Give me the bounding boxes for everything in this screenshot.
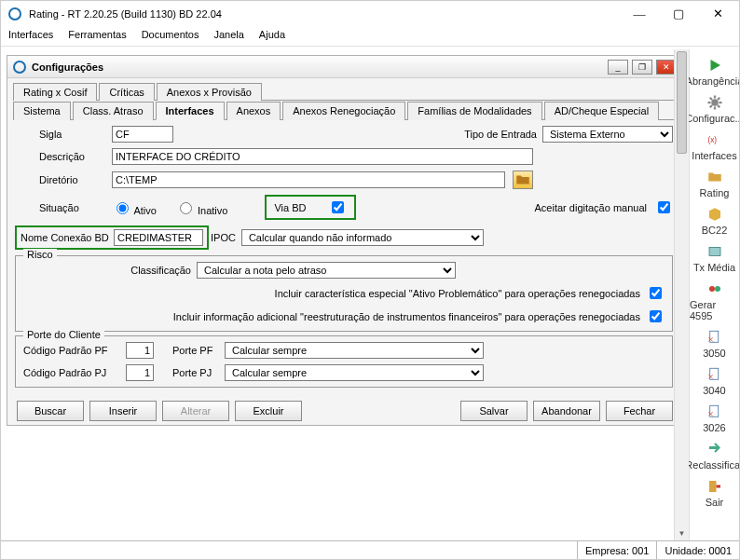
- window-title: Rating - RT 2.20.25 (Build 1130) BD 22.0…: [29, 8, 222, 20]
- menu-bar: Interfaces Ferramentas Documentos Janela…: [1, 27, 739, 47]
- svg-point-3: [709, 286, 715, 292]
- classificacao-select[interactable]: Calcular a nota pelo atraso: [197, 262, 456, 279]
- status-bar: Empresa: 001 Unidade: 0001: [1, 540, 739, 559]
- svg-rect-7: [709, 405, 718, 417]
- cod-pf-input[interactable]: [126, 342, 154, 359]
- sidebar: Abrangência Configurac... (x)Interfaces …: [689, 49, 739, 540]
- io-icon: (x): [706, 131, 723, 148]
- svg-rect-6: [709, 368, 718, 379]
- tab-anexos-reneg[interactable]: Anexos Renegociação: [282, 102, 405, 120]
- tab-interfaces[interactable]: Interfaces: [156, 102, 225, 120]
- form-interfaces: Sigla Tipo de Entrada Sistema Externo De…: [7, 120, 682, 395]
- tx-icon: [706, 243, 723, 260]
- svg-rect-8: [709, 481, 717, 492]
- minimize-button[interactable]: —: [625, 7, 653, 21]
- maximize-button[interactable]: ▢: [665, 7, 692, 21]
- radio-ativo[interactable]: Ativo: [112, 199, 157, 216]
- nome-conexao-input[interactable]: [114, 229, 203, 246]
- sidebar-item-gerar4595[interactable]: Gerar 4595: [690, 280, 739, 321]
- menu-ferramentas[interactable]: Ferramentas: [68, 29, 126, 40]
- via-bd-checkbox[interactable]: [332, 201, 344, 213]
- diretorio-input[interactable]: [112, 171, 505, 188]
- status-empresa: Empresa: 001: [577, 541, 656, 559]
- sidebar-item-3040[interactable]: 3040: [690, 366, 739, 396]
- fechar-button[interactable]: Fechar: [606, 401, 673, 421]
- vertical-scrollbar[interactable]: ▲ ▼: [674, 49, 689, 540]
- incluir2-checkbox[interactable]: [650, 310, 662, 322]
- window-titlebar: Rating - RT 2.20.25 (Build 1130) BD 22.0…: [1, 1, 739, 27]
- sidebar-item-reclassificar[interactable]: Reclassificar: [690, 441, 739, 471]
- porte-pf-label: Porte PF: [172, 345, 225, 356]
- sigla-input[interactable]: [112, 126, 173, 143]
- child-minimize-button[interactable]: _: [608, 60, 628, 75]
- sigla-label: Sigla: [39, 129, 112, 140]
- tab-anexos[interactable]: Anexos: [226, 102, 281, 120]
- sidebar-item-txmedia[interactable]: Tx Média: [690, 243, 739, 273]
- inserir-button[interactable]: Inserir: [89, 401, 157, 421]
- menu-interfaces[interactable]: Interfaces: [8, 29, 53, 40]
- aceitar-manual-checkbox[interactable]: [658, 201, 670, 213]
- ipoc-select[interactable]: Calcular quando não informado: [241, 229, 484, 246]
- tab-rating-cosif[interactable]: Rating x Cosif: [13, 83, 97, 101]
- scroll-thumb[interactable]: [677, 51, 687, 154]
- app-icon: [8, 7, 21, 20]
- tab-class-atraso[interactable]: Class. Atraso: [73, 102, 154, 120]
- buscar-button[interactable]: Buscar: [17, 401, 84, 421]
- tipo-entrada-label: Tipo de Entrada: [464, 129, 537, 140]
- status-unidade: Unidade: 0001: [656, 541, 739, 559]
- cod-pj-label: Código Padrão PJ: [23, 367, 126, 378]
- classificacao-label: Classificação: [23, 265, 191, 276]
- tipo-entrada-select[interactable]: Sistema Externo: [542, 126, 673, 143]
- scroll-down-icon[interactable]: ▼: [675, 526, 689, 540]
- browse-button[interactable]: [513, 171, 533, 189]
- sidebar-item-3050[interactable]: 3050: [690, 329, 739, 359]
- gear-icon: [706, 94, 723, 111]
- excluir-button[interactable]: Excluir: [235, 401, 302, 421]
- doc-icon: [706, 329, 723, 346]
- sidebar-item-3026[interactable]: 3026: [690, 403, 739, 433]
- tab-anexos-provisao[interactable]: Anexos x Provisão: [157, 83, 262, 101]
- close-button[interactable]: ✕: [704, 7, 732, 21]
- tab-familias[interactable]: Famílias de Modalidades: [407, 102, 541, 120]
- child-icon: [13, 61, 26, 74]
- tab-row-2: Sistema Class. Atraso Interfaces Anexos …: [13, 101, 677, 120]
- tab-ad-cheque[interactable]: AD/Cheque Especial: [544, 102, 660, 120]
- svg-point-0: [711, 99, 719, 106]
- fieldset-porte: Porte do Cliente Código Padrão PF Porte …: [15, 335, 673, 388]
- sidebar-item-bc22[interactable]: BC22: [690, 206, 739, 236]
- nome-conexao-label: Nome Conexão BD: [21, 232, 114, 243]
- folder-icon: [706, 169, 723, 185]
- gen-icon: [706, 280, 723, 297]
- descricao-label: Descrição: [39, 151, 112, 162]
- diretorio-label: Diretório: [39, 174, 112, 185]
- doc-icon: [706, 366, 723, 383]
- fieldset-risco: Risco Classificação Calcular a nota pelo…: [15, 255, 673, 332]
- radio-inativo[interactable]: Inativo: [175, 199, 227, 216]
- porte-pj-select[interactable]: Calcular sempre: [225, 364, 484, 381]
- porte-legend: Porte do Cliente: [23, 329, 104, 340]
- abandonar-button[interactable]: Abandonar: [533, 401, 600, 421]
- cod-pf-label: Código Padrão PF: [23, 345, 126, 356]
- sidebar-item-rating[interactable]: Rating: [690, 169, 739, 198]
- sidebar-item-sair[interactable]: Sair: [690, 478, 739, 508]
- cod-pj-input[interactable]: [126, 364, 154, 381]
- menu-ajuda[interactable]: Ajuda: [259, 29, 285, 40]
- tab-criticas[interactable]: Críticas: [99, 83, 154, 101]
- svg-rect-5: [709, 331, 718, 342]
- sidebar-item-config[interactable]: Configurac...: [690, 94, 739, 124]
- menu-documentos[interactable]: Documentos: [142, 29, 199, 40]
- cube-icon: [706, 206, 723, 223]
- porte-pf-select[interactable]: Calcular sempre: [225, 342, 484, 359]
- incluir2-label: Incluir informação adicional "reestrutur…: [23, 311, 640, 322]
- tab-row-1: Rating x Cosif Críticas Anexos x Provisã…: [13, 82, 677, 101]
- svg-rect-2: [709, 248, 720, 256]
- tab-sistema[interactable]: Sistema: [13, 102, 71, 120]
- child-restore-button[interactable]: ❐: [632, 60, 652, 75]
- menu-janela[interactable]: Janela: [213, 29, 243, 40]
- sidebar-item-abrangencia[interactable]: Abrangência: [690, 57, 739, 87]
- descricao-input[interactable]: [112, 148, 533, 165]
- salvar-button[interactable]: Salvar: [460, 401, 528, 421]
- incluir1-checkbox[interactable]: [650, 287, 662, 299]
- sidebar-item-interfaces[interactable]: (x)Interfaces: [690, 131, 739, 161]
- alterar-button[interactable]: Alterar: [162, 401, 229, 421]
